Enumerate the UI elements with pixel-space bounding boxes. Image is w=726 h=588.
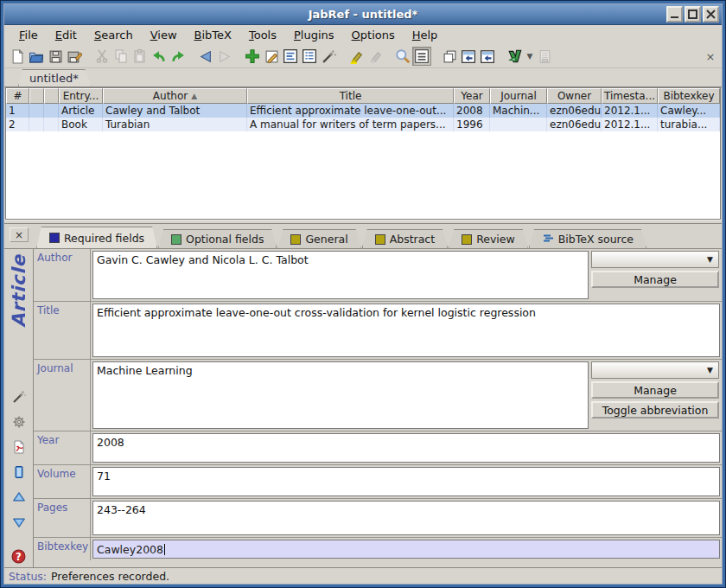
tab-bibtex-source[interactable]: BibTeX source bbox=[529, 229, 646, 248]
pdf-icon[interactable] bbox=[11, 439, 27, 455]
menu-help[interactable]: Help bbox=[404, 27, 446, 43]
new-database-icon[interactable] bbox=[8, 47, 27, 66]
volume-row: Volume 71 bbox=[34, 465, 722, 499]
column-header-entrytype[interactable]: Entry... bbox=[59, 88, 103, 104]
column-header-journal[interactable]: Journal bbox=[490, 88, 547, 104]
maximize-button[interactable] bbox=[685, 6, 701, 22]
journal-field[interactable]: Machine Learning bbox=[92, 361, 589, 429]
back-icon[interactable] bbox=[196, 47, 215, 66]
cleanup-wand-icon[interactable] bbox=[319, 47, 338, 66]
author-field[interactable]: Gavin C. Cawley and Nicola L. C. Talbot bbox=[92, 251, 589, 299]
menubar: File Edit Search View BibTeX Tools Plugi… bbox=[4, 25, 722, 45]
menu-edit[interactable]: Edit bbox=[48, 27, 85, 43]
column-header-icon2[interactable] bbox=[44, 88, 59, 104]
gear-icon[interactable] bbox=[11, 414, 27, 430]
column-header-owner[interactable]: Owner bbox=[547, 88, 602, 104]
paste-icon[interactable] bbox=[131, 47, 150, 66]
year-row: Year 2008 bbox=[34, 431, 722, 465]
volume-field[interactable]: 71 bbox=[92, 467, 720, 496]
editor-close-button[interactable]: × bbox=[10, 227, 29, 242]
menu-file[interactable]: File bbox=[11, 27, 46, 43]
table-row-2[interactable]: 2 Book Turabian A manual for writers of … bbox=[6, 118, 720, 131]
move-up-icon[interactable] bbox=[11, 489, 27, 505]
cell-timestamp: 2012.1... bbox=[602, 118, 658, 131]
cell-year: 1996 bbox=[454, 118, 490, 131]
edit-entry-icon[interactable] bbox=[262, 47, 281, 66]
column-header-icon1[interactable] bbox=[29, 88, 44, 104]
help-icon[interactable]: ? bbox=[11, 548, 27, 564]
status-label: Status: bbox=[9, 570, 47, 583]
tab-optional-fields[interactable]: Optional fields bbox=[158, 229, 277, 248]
cell-title: Efficient approximate leave-one-out... bbox=[247, 104, 454, 118]
minimize-button[interactable] bbox=[666, 6, 683, 22]
open-new-window-icon[interactable] bbox=[440, 47, 459, 66]
save-as-icon[interactable] bbox=[65, 47, 84, 66]
save-database-icon[interactable] bbox=[46, 47, 65, 66]
cleanup-wand-icon[interactable] bbox=[11, 389, 27, 405]
author-manage-button[interactable]: Manage bbox=[591, 271, 719, 288]
edit-preamble-icon[interactable] bbox=[300, 47, 319, 66]
journal-dropdown[interactable]: ▼ bbox=[591, 361, 719, 379]
open-database-icon[interactable] bbox=[27, 47, 46, 66]
undo-icon[interactable] bbox=[150, 47, 169, 66]
push-to-application-2-icon[interactable] bbox=[478, 47, 497, 66]
copy-icon[interactable] bbox=[111, 47, 131, 66]
toggle-abbreviation-button[interactable]: Toggle abbreviation bbox=[591, 401, 719, 419]
cell-number: 1 bbox=[6, 104, 29, 118]
column-header-number[interactable]: # bbox=[6, 88, 29, 104]
svg-text:?: ? bbox=[16, 550, 22, 562]
year-field[interactable]: 2008 bbox=[92, 433, 720, 463]
tab-label: Abstract bbox=[390, 233, 435, 246]
column-header-author-label: Author bbox=[153, 90, 188, 102]
menu-bibtex[interactable]: BibTeX bbox=[187, 27, 239, 43]
open-file-icon[interactable] bbox=[11, 464, 27, 480]
tab-label: Optional fields bbox=[186, 233, 264, 246]
column-header-title[interactable]: Title bbox=[247, 88, 454, 104]
column-header-timestamp[interactable]: Timesta... bbox=[602, 88, 658, 104]
push-to-application-icon[interactable] bbox=[459, 47, 478, 66]
column-header-bibtexkey[interactable]: Bibtexkey bbox=[658, 88, 720, 104]
column-header-year[interactable]: Year bbox=[454, 88, 490, 104]
tab-general[interactable]: General bbox=[277, 229, 360, 248]
file-tab-untitled[interactable]: untitled* bbox=[18, 69, 92, 86]
toggle-groups-icon[interactable] bbox=[412, 47, 431, 66]
new-entry-icon[interactable] bbox=[243, 47, 262, 66]
editor-tab-strip: × Required fields Optional fields Genera… bbox=[4, 224, 722, 248]
author-controls: ▼ Manage bbox=[590, 249, 722, 301]
side-strip-icons: ? bbox=[11, 389, 27, 564]
fetch-menu-caret-icon[interactable]: ▼ bbox=[525, 52, 535, 61]
redo-icon[interactable] bbox=[169, 47, 188, 66]
sort-ascending-icon: ▲ bbox=[191, 92, 197, 100]
author-dropdown[interactable]: ▼ bbox=[591, 251, 719, 268]
fetch-menu-icon[interactable] bbox=[506, 47, 525, 66]
tab-abstract[interactable]: Abstract bbox=[362, 229, 448, 248]
edit-strings-icon[interactable] bbox=[281, 47, 300, 66]
cell-journal: Machin... bbox=[490, 104, 547, 118]
chevron-down-icon: ▼ bbox=[707, 366, 713, 374]
journal-manage-button[interactable]: Manage bbox=[591, 381, 719, 399]
print-preview-icon[interactable] bbox=[535, 47, 554, 66]
column-header-author[interactable]: Author▲ bbox=[103, 88, 247, 104]
unmark-entries-icon[interactable] bbox=[366, 47, 385, 66]
abstract-icon bbox=[375, 234, 385, 245]
move-down-icon[interactable] bbox=[11, 514, 27, 530]
menu-search[interactable]: Search bbox=[86, 27, 141, 43]
mark-entries-icon[interactable] bbox=[347, 47, 366, 66]
pages-field[interactable]: 243--264 bbox=[92, 501, 720, 535]
title-field[interactable]: Efficient approximate leave-one-out cros… bbox=[92, 304, 720, 357]
menu-options[interactable]: Options bbox=[344, 27, 403, 43]
toolbar-close-icon[interactable]: × bbox=[703, 50, 718, 63]
tab-label: General bbox=[305, 233, 347, 246]
menu-tools[interactable]: Tools bbox=[241, 27, 284, 43]
forward-icon[interactable] bbox=[215, 47, 234, 66]
table-row-1-selected[interactable]: 1 Article Cawley and Talbot Efficient ap… bbox=[6, 104, 720, 118]
titlebar[interactable]: JabRef - untitled* bbox=[4, 4, 722, 25]
close-button[interactable] bbox=[703, 6, 719, 22]
menu-plugins[interactable]: Plugins bbox=[286, 27, 342, 43]
cut-icon[interactable] bbox=[92, 47, 111, 66]
bibtexkey-field[interactable]: Cawley2008 bbox=[92, 540, 720, 559]
tab-required-fields[interactable]: Required fields bbox=[36, 227, 157, 248]
tab-review[interactable]: Review bbox=[449, 229, 528, 248]
menu-view[interactable]: View bbox=[143, 27, 185, 43]
search-icon[interactable] bbox=[393, 47, 412, 66]
